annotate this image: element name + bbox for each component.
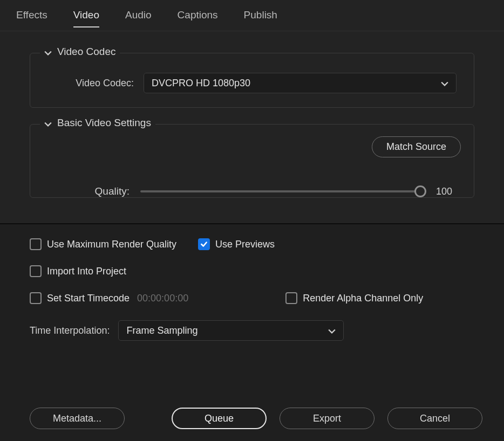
chevron-down-icon[interactable] xyxy=(44,119,52,127)
tab-video[interactable]: Video xyxy=(73,9,99,27)
checkbox-icon xyxy=(30,292,42,304)
time-interpolation-select[interactable]: Frame Sampling xyxy=(118,320,344,341)
import-into-project-label: Import Into Project xyxy=(47,266,126,277)
export-options-panel: Use Maximum Render Quality Use Previews … xyxy=(0,223,504,341)
time-interpolation-value: Frame Sampling xyxy=(126,325,197,336)
tab-effects[interactable]: Effects xyxy=(16,9,47,27)
chevron-down-icon[interactable] xyxy=(44,48,52,56)
tab-captions[interactable]: Captions xyxy=(178,9,218,27)
use-max-render-checkbox[interactable]: Use Maximum Render Quality xyxy=(30,238,176,250)
cancel-button[interactable]: Cancel xyxy=(387,408,482,429)
video-codec-group: Video Codec Video Codec: DVCPRO HD 1080p… xyxy=(30,53,474,108)
chevron-down-icon xyxy=(328,327,336,334)
tab-audio[interactable]: Audio xyxy=(125,9,152,27)
chevron-down-icon xyxy=(441,79,448,87)
video-codec-select[interactable]: DVCPRO HD 1080p30 xyxy=(144,73,457,93)
checkbox-icon xyxy=(285,292,297,304)
set-start-timecode-checkbox[interactable]: Set Start Timecode 00:00:00:00 xyxy=(30,292,188,304)
dialog-button-bar: Metadata... Queue Export Cancel xyxy=(30,408,482,429)
time-interpolation-label: Time Interpolation: xyxy=(30,325,110,336)
render-alpha-checkbox[interactable]: Render Alpha Channel Only xyxy=(285,292,423,304)
quality-slider[interactable] xyxy=(140,190,425,192)
video-codec-label: Video Codec: xyxy=(47,78,134,89)
quality-value: 100 xyxy=(436,186,461,197)
slider-thumb[interactable] xyxy=(414,185,426,197)
checkbox-icon xyxy=(30,265,42,277)
import-into-project-checkbox[interactable]: Import Into Project xyxy=(30,265,126,277)
render-alpha-label: Render Alpha Channel Only xyxy=(303,293,423,304)
set-start-timecode-label: Set Start Timecode xyxy=(47,293,130,304)
use-max-render-label: Use Maximum Render Quality xyxy=(47,239,176,250)
use-previews-checkbox[interactable]: Use Previews xyxy=(198,238,275,250)
queue-button[interactable]: Queue xyxy=(172,408,267,429)
use-previews-label: Use Previews xyxy=(215,239,275,250)
checkbox-icon xyxy=(30,238,42,250)
quality-label: Quality: xyxy=(43,185,130,197)
start-timecode-value: 00:00:00:00 xyxy=(137,293,188,304)
basic-video-section-title: Basic Video Settings xyxy=(57,117,151,129)
match-source-button[interactable]: Match Source xyxy=(372,136,461,157)
tab-publish[interactable]: Publish xyxy=(244,9,277,27)
export-tabs: Effects Video Audio Captions Publish xyxy=(0,0,504,31)
video-codec-value: DVCPRO HD 1080p30 xyxy=(152,78,250,89)
export-button[interactable]: Export xyxy=(280,408,374,429)
video-codec-section-title: Video Codec xyxy=(57,46,115,58)
metadata-button[interactable]: Metadata... xyxy=(30,408,125,429)
checkbox-checked-icon xyxy=(198,238,210,250)
basic-video-settings-group: Basic Video Settings Match Source Qualit… xyxy=(30,124,474,198)
video-settings-panel: Video Codec Video Codec: DVCPRO HD 1080p… xyxy=(0,31,504,223)
